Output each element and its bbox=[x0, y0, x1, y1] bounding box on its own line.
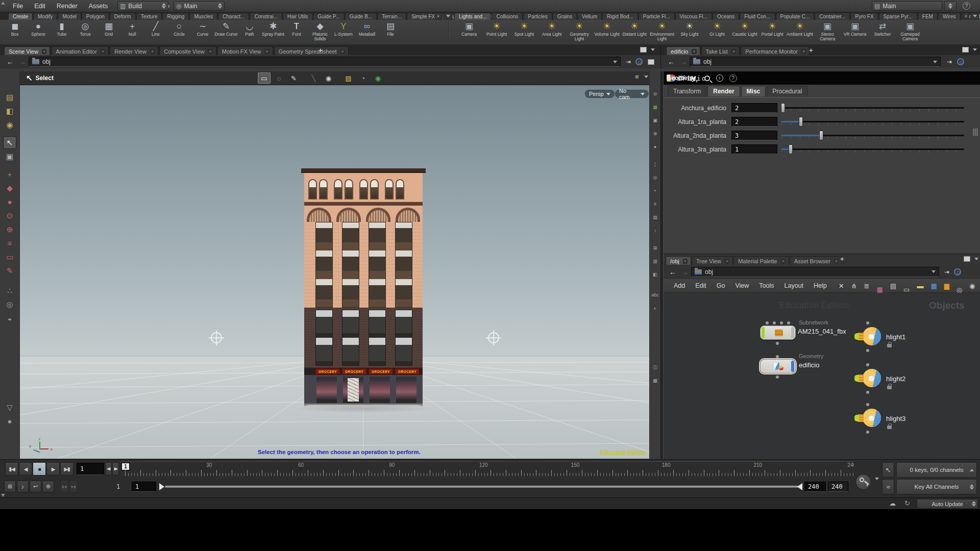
wireframe-display-icon[interactable]: + bbox=[651, 187, 659, 195]
auto-key-icon[interactable]: ↖ bbox=[882, 462, 894, 478]
set-key-button[interactable] bbox=[855, 474, 871, 490]
close-tab-icon[interactable]: × bbox=[42, 49, 46, 54]
play-reverse-button[interactable]: ◀ bbox=[19, 462, 32, 475]
forward-icon[interactable]: → bbox=[679, 268, 691, 276]
brush-select-icon[interactable]: ✎ bbox=[287, 72, 300, 84]
pane-tab[interactable]: Performance Monitor× bbox=[741, 46, 810, 55]
pane-tab[interactable]: Scene View× bbox=[4, 46, 50, 55]
pose-handle-icon[interactable]: ⊙ bbox=[3, 209, 16, 222]
shelf-tool[interactable]: ▣ VR Camera bbox=[841, 21, 869, 37]
parameter-value-field[interactable]: 2 bbox=[731, 117, 777, 127]
slider-handle[interactable] bbox=[789, 144, 793, 154]
range-end-field[interactable]: 240 bbox=[804, 482, 826, 492]
forward-icon[interactable]: → bbox=[16, 58, 29, 66]
shelf-tool[interactable]: ☀ Sky Light bbox=[676, 21, 703, 37]
shelf-tab[interactable]: Constrai... bbox=[250, 13, 282, 20]
close-tab-icon[interactable]: × bbox=[208, 49, 212, 54]
info-icon[interactable]: i bbox=[716, 74, 723, 82]
key-mode-dropdown[interactable]: Key All Channels bbox=[896, 479, 977, 494]
grab-view-icon[interactable]: ▽ bbox=[3, 401, 16, 414]
normals-display-icon[interactable]: ◎ bbox=[651, 173, 659, 182]
back-icon[interactable]: ← bbox=[4, 58, 16, 66]
new-shelf-tab-button[interactable]: + bbox=[435, 13, 442, 19]
show-objects-icon[interactable]: ▤ bbox=[3, 91, 16, 104]
keys-info-button[interactable]: 0 keys, 0/0 channels bbox=[896, 462, 977, 478]
light-node[interactable] bbox=[854, 368, 881, 389]
network-menu-item[interactable]: Tools bbox=[754, 282, 779, 289]
network-menu-item[interactable]: View bbox=[730, 282, 754, 289]
parameter-value-field[interactable]: 2 bbox=[731, 103, 777, 113]
shelf-tool[interactable]: ◼ Box bbox=[3, 21, 27, 37]
subnetwork-node[interactable] bbox=[760, 325, 796, 340]
maximize-pane-icon[interactable] bbox=[962, 47, 969, 53]
null-marker-icon[interactable] bbox=[211, 332, 222, 343]
shelf-tab[interactable]: Muscles bbox=[189, 13, 217, 20]
path-dropdown-icon[interactable] bbox=[932, 270, 936, 273]
shelf-tab[interactable]: FEM bbox=[918, 13, 938, 20]
close-tab-icon[interactable]: × bbox=[683, 259, 688, 264]
render-region-icon[interactable]: ● bbox=[3, 415, 16, 428]
material-view-icon[interactable]: ◒ bbox=[3, 312, 16, 324]
snap-options-icon[interactable]: ∴ bbox=[3, 284, 16, 297]
pane-menu-icon[interactable] bbox=[973, 48, 977, 51]
color-palette-icon[interactable]: ▦ bbox=[873, 286, 887, 293]
select-visible-icon[interactable]: ◉ bbox=[322, 72, 335, 84]
shelf-tool[interactable]: ○ Circle bbox=[167, 21, 191, 37]
node-name[interactable]: edificio bbox=[799, 361, 819, 369]
node-name[interactable]: AM215_041_fbx bbox=[798, 328, 846, 335]
pane-menu-icon[interactable] bbox=[651, 48, 655, 51]
radial-menu-icon[interactable] bbox=[954, 268, 961, 276]
main-menu-selector[interactable]: ◎ Main bbox=[174, 1, 225, 11]
shelf-tool[interactable]: ◆ Platonic Solids bbox=[308, 21, 332, 41]
align-handle-icon[interactable]: ≡ bbox=[3, 237, 16, 249]
shelf-tab[interactable]: Particles bbox=[523, 13, 552, 20]
parameter-tab[interactable]: Transform bbox=[668, 86, 706, 96]
network-operations-icon[interactable]: ✕ bbox=[835, 282, 848, 290]
shelf-tool[interactable]: ☀ Geometry Light bbox=[566, 21, 593, 41]
shelf-tool[interactable]: ☀ Point Light bbox=[483, 21, 510, 37]
network-menu-item[interactable]: Go bbox=[712, 282, 730, 289]
secure-selection-icon[interactable]: ◉ bbox=[372, 72, 384, 84]
path-dropdown-icon[interactable] bbox=[613, 61, 617, 63]
network-menu-item[interactable]: Help bbox=[808, 282, 832, 289]
list-mode-icon[interactable]: ≣ bbox=[861, 282, 873, 290]
next-key-button[interactable]: ▶▮ bbox=[69, 481, 78, 492]
pane-tab[interactable]: Asset Browser× bbox=[790, 256, 842, 265]
shelf-tab[interactable]: Modify bbox=[33, 13, 57, 20]
slider-handle[interactable] bbox=[799, 117, 803, 127]
pane-tab[interactable]: Material Palette× bbox=[733, 256, 789, 265]
close-tab-icon[interactable]: × bbox=[731, 49, 736, 54]
camera2-menu[interactable]: No cam bbox=[615, 89, 649, 98]
jump-to-start-button[interactable]: ▮◀ bbox=[5, 462, 18, 475]
shelf-tab[interactable]: Rigging bbox=[162, 13, 189, 20]
shelf-tab[interactable]: Guide B... bbox=[345, 13, 377, 20]
close-tab-icon[interactable]: × bbox=[150, 49, 155, 54]
snapshot-icon[interactable]: ⊘ bbox=[651, 90, 659, 98]
ghost-objects-icon[interactable]: ▦ bbox=[651, 103, 659, 111]
shelf-menu-button-2[interactable] bbox=[971, 13, 979, 19]
light-node[interactable] bbox=[854, 408, 881, 429]
shelf-tab[interactable]: Container... bbox=[815, 13, 850, 20]
network-menu-item[interactable]: Layout bbox=[779, 282, 809, 289]
view-zoom-icon[interactable]: ◎ bbox=[3, 298, 16, 311]
menubar-item[interactable]: Assets bbox=[83, 0, 114, 12]
camera-menu[interactable]: Persp bbox=[584, 89, 615, 98]
geometry-node-edificio[interactable] bbox=[760, 359, 796, 373]
texture-display-icon[interactable]: ▤ bbox=[651, 213, 659, 221]
slider-handle[interactable] bbox=[781, 103, 785, 113]
shelf-tool[interactable]: ▤ File bbox=[379, 21, 402, 37]
peak-handle-icon[interactable]: ▭ bbox=[3, 251, 16, 263]
lasso-select-icon[interactable]: ◌ bbox=[273, 72, 285, 84]
new-pane-tab-button[interactable]: + bbox=[806, 45, 816, 54]
info-display-icon[interactable]: ⓘ bbox=[651, 363, 659, 371]
back-icon[interactable]: ← bbox=[665, 58, 677, 66]
select-frontfacing-icon[interactable]: ▧ bbox=[342, 72, 355, 84]
points-display-icon[interactable]: ¦ bbox=[651, 160, 659, 168]
shelf-tab[interactable]: Particle Fl... bbox=[639, 13, 675, 20]
radial-menu-icon[interactable] bbox=[635, 58, 643, 65]
pane-tab[interactable]: Tree View× bbox=[692, 256, 733, 265]
shaded-display-icon[interactable]: # bbox=[651, 200, 659, 208]
recook-icon[interactable]: ↻ bbox=[904, 499, 910, 507]
shelf-tab[interactable]: Polygon bbox=[82, 13, 109, 20]
shelf-tab[interactable]: Deform bbox=[110, 13, 136, 20]
